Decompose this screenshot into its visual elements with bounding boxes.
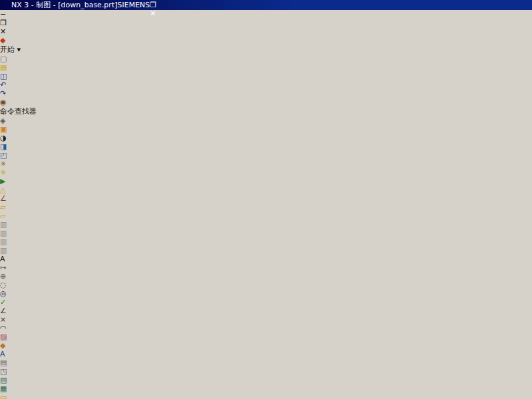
doc-restore-button[interactable]: ❐ bbox=[0, 19, 532, 27]
hatch-icon[interactable]: ▨ bbox=[0, 332, 532, 341]
zoom-label-icon[interactable]: ◎ bbox=[0, 289, 532, 298]
balloon-icon[interactable]: ⊕ bbox=[0, 272, 532, 281]
gear-b-icon[interactable]: ✳ bbox=[0, 168, 532, 177]
zoom-icon[interactable]: ◌ bbox=[0, 281, 532, 289]
title-bar: NX 3 - 制图 - [down_base.prt] SIEMENS − ❐ … bbox=[0, 0, 532, 10]
window-title: NX 3 - 制图 - [down_base.prt] bbox=[11, 0, 117, 10]
snapshot-a-icon[interactable]: ▥ bbox=[0, 220, 532, 229]
app-icon[interactable] bbox=[2, 1, 9, 9]
bookmark-icon[interactable]: ◨ bbox=[0, 142, 532, 151]
note-a-icon[interactable]: ▱ bbox=[0, 203, 532, 211]
nx-application-window: NX 3 - 制图 - [down_base.prt] SIEMENS − ❐ … bbox=[0, 0, 532, 399]
catalog-icon[interactable]: ◰ bbox=[0, 151, 532, 160]
check-icon[interactable]: ✓ bbox=[0, 298, 532, 307]
open-file-icon[interactable]: ▤ bbox=[0, 63, 532, 72]
cross-icon[interactable]: × bbox=[0, 315, 532, 324]
save-icon[interactable]: ◫ bbox=[0, 72, 532, 80]
command-finder-label[interactable]: 命令查找器 bbox=[0, 106, 532, 116]
undo-icon[interactable]: ↶ bbox=[0, 80, 532, 89]
measure-icon[interactable]: △ bbox=[0, 186, 532, 194]
text-icon[interactable]: A bbox=[0, 255, 532, 263]
sheet-format-icon[interactable]: ▤ bbox=[0, 358, 532, 367]
restore-button[interactable]: ❐ bbox=[150, 1, 156, 9]
snapshot-c-icon[interactable]: ▥ bbox=[0, 237, 532, 246]
close-button[interactable]: ✕ bbox=[150, 9, 156, 18]
angle-icon[interactable]: ∠ bbox=[0, 194, 532, 203]
snapshot-b-icon[interactable]: ▥ bbox=[0, 229, 532, 237]
touch-select-icon[interactable]: ◈ bbox=[0, 116, 532, 125]
start-button[interactable]: 开始 ▾ bbox=[0, 45, 532, 55]
note-b-icon[interactable]: ▱ bbox=[0, 211, 532, 220]
layer-b-icon[interactable]: ▦ bbox=[0, 384, 532, 393]
window-icon[interactable]: ▣ bbox=[0, 125, 532, 134]
play-icon[interactable]: ▶ bbox=[0, 177, 532, 186]
gear-a-icon[interactable]: ✳ bbox=[0, 160, 532, 168]
arc-leader-icon[interactable]: ◠ bbox=[0, 324, 532, 332]
doc-close-button[interactable]: ✕ bbox=[0, 27, 532, 36]
standard-toolbar: ◆开始 ▾▢▤◫↶↷◉命令查找器◈▣◑◨◰✳✳▶△∠ bbox=[0, 36, 532, 203]
command-finder-icon[interactable]: ◉ bbox=[0, 98, 532, 106]
snapshot-d-icon[interactable]: ▥ bbox=[0, 246, 532, 255]
redo-icon[interactable]: ↷ bbox=[0, 89, 532, 98]
title-window-controls: − ❐ ✕ bbox=[150, 0, 156, 18]
drawing-toolbar: ◳▤▦▭◩▩▣◪⊞◉❋⊠ABC▦△A◑XYZ↻ bbox=[0, 367, 532, 399]
layer-a-icon[interactable]: ▤ bbox=[0, 376, 532, 384]
new-file-icon[interactable]: ▢ bbox=[0, 55, 532, 63]
font-icon[interactable]: A bbox=[0, 350, 532, 358]
annotation-toolbar: ▱▱▥▥▥▥A↦⊕◌◎✓∠×◠▨◆A▤ bbox=[0, 203, 532, 367]
slope-icon[interactable]: ∠ bbox=[0, 307, 532, 315]
nx-logo-icon[interactable]: ◆ bbox=[0, 36, 532, 45]
palette-icon[interactable]: ◆ bbox=[0, 341, 532, 350]
siemens-brand: SIEMENS bbox=[117, 1, 150, 9]
datum-grid-icon[interactable]: ◳ bbox=[0, 367, 532, 376]
display-mode-icon[interactable]: ◑ bbox=[0, 134, 532, 142]
leader-icon[interactable]: ↦ bbox=[0, 263, 532, 272]
doc-minimize-button[interactable]: − bbox=[0, 10, 532, 19]
mail-icon[interactable]: ▭ bbox=[0, 393, 532, 399]
